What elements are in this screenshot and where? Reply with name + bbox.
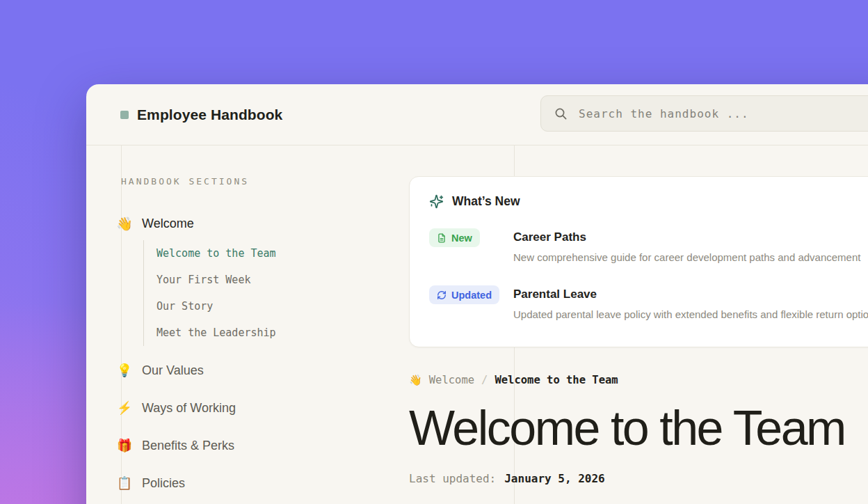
whats-new-header: What’s New [429, 192, 868, 210]
sidebar-subitem-welcome-to-the-team[interactable]: Welcome to the Team [156, 240, 385, 267]
breadcrumb-page: Welcome to the Team [495, 372, 618, 388]
app-window: Employee Handbook HANDBOOK SECTIONS 👋 We… [86, 84, 868, 504]
breadcrumb-separator: / [481, 372, 488, 388]
updated-badge: Updated [429, 285, 499, 304]
sidebar-item-label: Welcome [142, 214, 194, 233]
sidebar-subitem-our-story[interactable]: Our Story [156, 293, 385, 320]
whats-new-card: What’s New New Career Paths New comprehe… [409, 176, 868, 347]
sidebar-item-label: Policies [142, 464, 185, 502]
item-description: New comprehensive guide for career devel… [513, 249, 868, 266]
wave-icon: 👋 [116, 217, 133, 230]
wave-icon: 👋 [409, 372, 422, 388]
badge-label: Updated [451, 290, 492, 301]
sidebar-item-our-values[interactable]: 💡 Our Values [121, 352, 385, 389]
page-title: Welcome to the Team [409, 403, 868, 454]
lightning-icon: ⚡ [116, 402, 133, 414]
brand-square-icon [120, 111, 129, 119]
brand: Employee Handbook [120, 84, 282, 145]
sidebar-welcome-subsections: Welcome to the Team Your First Week Our … [143, 240, 385, 346]
whats-new-item[interactable]: Parental Leave Updated parental leave po… [513, 285, 868, 323]
last-updated-label: Last updated: [409, 472, 496, 485]
last-updated: Last updated:January 5, 2026 [409, 472, 868, 486]
sidebar-item-label: Our Values [142, 352, 204, 389]
item-description: Updated parental leave policy with exten… [513, 306, 868, 323]
sidebar-item-label: Ways of Working [142, 389, 236, 427]
main-content: What’s New New Career Paths New comprehe… [409, 176, 868, 486]
sidebar-other-sections: 💡 Our Values ⚡ Ways of Working 🎁 Benefit… [121, 352, 385, 502]
new-badge: New [429, 228, 480, 247]
whats-new-list: New Career Paths New comprehensive guide… [429, 228, 868, 323]
app-title: Employee Handbook [137, 107, 282, 123]
sidebar-item-policies[interactable]: 📋 Policies [121, 464, 385, 502]
sparkles-icon [429, 194, 444, 209]
sidebar-section-label: HANDBOOK SECTIONS [121, 176, 385, 187]
app-header: Employee Handbook [86, 84, 868, 145]
badge-label: New [451, 233, 472, 244]
gift-icon: 🎁 [116, 439, 133, 452]
sidebar-item-benefits-perks[interactable]: 🎁 Benefits & Perks [121, 427, 385, 464]
refresh-icon [437, 290, 447, 300]
breadcrumb-section[interactable]: Welcome [429, 372, 474, 388]
file-text-icon [437, 233, 447, 243]
whats-new-title: What’s New [452, 194, 520, 209]
item-title: Career Paths [513, 228, 868, 246]
search-bar[interactable] [540, 95, 868, 132]
sidebar-item-label: Benefits & Perks [142, 427, 234, 464]
sidebar-item-ways-of-working[interactable]: ⚡ Ways of Working [121, 389, 385, 427]
sidebar-subitem-your-first-week[interactable]: Your First Week [156, 267, 385, 293]
sidebar: HANDBOOK SECTIONS 👋 Welcome Welcome to t… [121, 176, 385, 502]
clipboard-icon: 📋 [116, 477, 133, 489]
sidebar-subitem-meet-the-leadership[interactable]: Meet the Leadership [156, 320, 385, 346]
sidebar-item-welcome[interactable]: 👋 Welcome [121, 214, 385, 233]
last-updated-value: January 5, 2026 [504, 472, 605, 485]
search-icon [554, 107, 568, 120]
search-input[interactable] [579, 107, 868, 120]
lightbulb-icon: 💡 [116, 364, 133, 377]
whats-new-item[interactable]: Career Paths New comprehensive guide for… [513, 228, 868, 266]
item-title: Parental Leave [513, 285, 868, 303]
breadcrumb: 👋 Welcome / Welcome to the Team [409, 372, 868, 388]
